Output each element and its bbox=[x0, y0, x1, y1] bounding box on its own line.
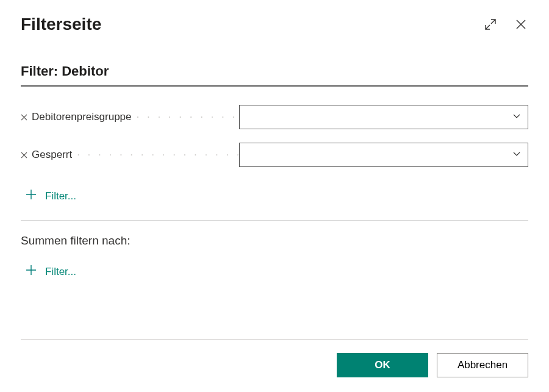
filter-value-select-wrap bbox=[239, 105, 528, 129]
cancel-button[interactable]: Abbrechen bbox=[437, 353, 528, 377]
plus-icon bbox=[26, 265, 37, 279]
filter-row-gesperrt: Gesperrt · · · · · · · · · · · · · · · ·… bbox=[21, 143, 528, 167]
add-filter-button[interactable]: Filter... bbox=[26, 189, 528, 203]
filter-label: Debitorenpreisgruppe bbox=[32, 111, 132, 123]
filter-row-debitorenpreisgruppe: Debitorenpreisgruppe · · · · · · · · · · bbox=[21, 105, 528, 129]
plus-icon bbox=[26, 189, 37, 203]
filter-value-select-wrap bbox=[239, 143, 528, 167]
add-totals-filter-label: Filter... bbox=[45, 266, 76, 278]
remove-filter-icon[interactable] bbox=[21, 112, 32, 123]
leader-dots: · · · · · · · · · · bbox=[137, 111, 238, 123]
dialog-footer: OK Abbrechen bbox=[21, 340, 528, 392]
add-totals-filter-button[interactable]: Filter... bbox=[26, 265, 528, 279]
filter-value-select[interactable] bbox=[239, 143, 528, 167]
add-filter-label: Filter... bbox=[45, 190, 76, 202]
filter-label-wrap: Debitorenpreisgruppe · · · · · · · · · · bbox=[21, 111, 239, 123]
filter-value-select[interactable] bbox=[239, 105, 528, 129]
section-divider bbox=[21, 220, 528, 221]
header-actions bbox=[483, 17, 528, 32]
expand-icon[interactable] bbox=[483, 17, 498, 32]
ok-button[interactable]: OK bbox=[337, 353, 428, 377]
spacer bbox=[21, 296, 528, 333]
filter-dialog: Filterseite Filter: Debitor bbox=[0, 0, 549, 392]
page-title: Filterseite bbox=[21, 15, 101, 34]
totals-heading: Summen filtern nach: bbox=[21, 234, 528, 248]
remove-filter-icon[interactable] bbox=[21, 150, 32, 160]
filter-label: Gesperrt bbox=[32, 149, 72, 161]
dialog-header: Filterseite bbox=[21, 15, 528, 34]
close-icon[interactable] bbox=[514, 17, 528, 32]
filter-section-heading: Filter: Debitor bbox=[21, 63, 528, 87]
filter-label-wrap: Gesperrt · · · · · · · · · · · · · · · ·… bbox=[21, 149, 239, 161]
leader-dots: · · · · · · · · · · · · · · · · · · · · bbox=[77, 149, 239, 161]
